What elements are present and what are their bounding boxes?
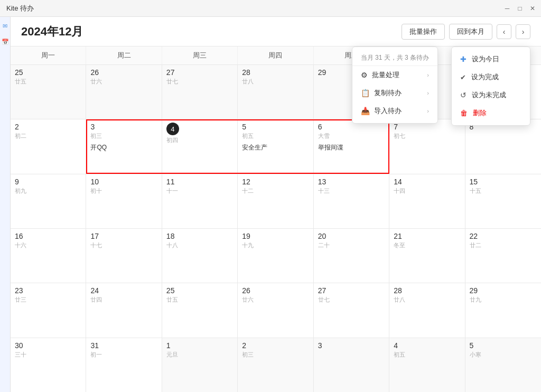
calendar-cell[interactable]: 8 <box>465 119 541 173</box>
calendar-cell[interactable]: 23廿三 <box>11 283 86 337</box>
right-sub-menu: ✚ 设为今日 ✔ 设为完成 ↺ 设为未完成 🗑 删除 <box>451 46 530 126</box>
cell-date: 19 <box>242 232 309 240</box>
calendar-cell[interactable]: 10初十 <box>86 174 162 228</box>
cell-lunar: 初十 <box>90 187 157 195</box>
calendar-cell[interactable]: 1元旦 <box>162 338 238 392</box>
prev-month-button[interactable]: ‹ <box>497 24 511 39</box>
calendar-cell[interactable]: 26廿六 <box>238 283 313 337</box>
menu-item-import-todo[interactable]: 📥 导入待办 › <box>352 102 437 120</box>
cell-date: 31 <box>90 341 157 350</box>
calendar-cell[interactable]: 21冬至 <box>389 229 465 283</box>
cell-date: 25 <box>15 68 81 77</box>
cell-date: 5 <box>470 341 537 350</box>
next-month-button[interactable]: › <box>516 24 530 39</box>
menu-header: 当月 31 天，共 3 条待办 <box>352 50 437 66</box>
menu-item-batch-process[interactable]: ⚙ 批量处理 › <box>352 66 437 84</box>
cell-date: 4 <box>166 123 179 135</box>
calendar-cell[interactable]: 5小寒 <box>465 338 541 392</box>
cell-date: 15 <box>470 178 537 186</box>
calendar-cell[interactable]: 24廿四 <box>86 283 162 337</box>
right-menu-delete[interactable]: 🗑 删除 <box>452 104 530 122</box>
cell-date: 22 <box>470 232 537 240</box>
calendar-cell[interactable]: 7初七 <box>389 119 465 173</box>
sidebar-mail-icon[interactable]: ✉ <box>1 21 10 31</box>
minimize-button[interactable]: ─ <box>503 4 511 13</box>
task-item[interactable]: 开QQ <box>90 142 157 153</box>
cell-date: 14 <box>394 178 460 186</box>
calendar-cell[interactable]: 25廿五 <box>162 283 238 337</box>
calendar-cell[interactable]: 27廿七 <box>162 65 238 119</box>
calendar-cell[interactable]: 30三十 <box>11 338 86 392</box>
calendar-cell[interactable]: 2初三 <box>238 338 313 392</box>
calendar-header: 2024年12月 批量操作 回到本月 ‹ › <box>11 17 541 46</box>
calendar-cell[interactable]: 2初二 <box>11 119 86 173</box>
right-menu-set-undone[interactable]: ↺ 设为未完成 <box>452 86 530 104</box>
calendar-cell[interactable]: 4初四 <box>162 119 238 173</box>
calendar-cell[interactable]: 29廿九 <box>465 283 541 337</box>
cell-lunar: 廿三 <box>15 296 81 304</box>
cell-date: 20 <box>318 232 385 240</box>
cell-date: 26 <box>242 286 309 295</box>
calendar-cell[interactable]: 18十八 <box>162 229 238 283</box>
cell-lunar: 十九 <box>242 241 309 249</box>
title-bar: Kite 待办 ─ □ ✕ <box>0 0 541 17</box>
calendar-cell[interactable]: 3初三开QQ <box>86 119 162 173</box>
cell-date: 9 <box>15 178 81 186</box>
calendar-week: 30三十31初一1元旦2初三34初五5小寒 <box>11 338 541 392</box>
close-button[interactable]: ✕ <box>528 4 537 13</box>
cell-date: 24 <box>90 286 157 295</box>
cell-lunar: 廿五 <box>15 78 81 86</box>
window-controls: ─ □ ✕ <box>503 0 537 17</box>
cell-lunar: 冬至 <box>394 241 460 249</box>
calendar-cell[interactable]: 14十四 <box>389 174 465 228</box>
cell-date: 25 <box>166 286 233 295</box>
cell-lunar: 十三 <box>318 187 385 195</box>
calendar-cell[interactable]: 28廿八 <box>238 65 313 119</box>
calendar-week: 2初二3初三开QQ4初四5初五安全生产6大雪举报间谍7初七8 <box>11 119 541 174</box>
calendar-cell[interactable]: 11十一 <box>162 174 238 228</box>
today-button[interactable]: 回到本月 <box>449 24 492 40</box>
calendar-cell[interactable]: 17十七 <box>86 229 162 283</box>
calendar-cell[interactable]: 27廿七 <box>314 283 389 337</box>
task-item[interactable]: 举报间谍 <box>318 142 385 153</box>
calendar-cell[interactable]: 4初五 <box>389 338 465 392</box>
calendar-cell[interactable]: 20二十 <box>314 229 389 283</box>
task-item[interactable]: 安全生产 <box>242 142 309 153</box>
calendar-cell[interactable]: 25廿五 <box>11 65 86 119</box>
cell-date: 18 <box>166 232 233 240</box>
calendar-cell[interactable]: 16十六 <box>11 229 86 283</box>
cell-lunar: 三十 <box>15 351 81 359</box>
calendar-cell[interactable]: 26廿六 <box>86 65 162 119</box>
calendar-cell[interactable]: 12十二 <box>238 174 313 228</box>
cell-date: 7 <box>394 123 460 131</box>
cell-date: 17 <box>90 232 157 240</box>
right-menu-set-today[interactable]: ✚ 设为今日 <box>452 50 530 68</box>
calendar-cell[interactable]: 19十九 <box>238 229 313 283</box>
right-menu-set-done[interactable]: ✔ 设为完成 <box>452 68 530 86</box>
set-undone-icon: ↺ <box>460 91 467 99</box>
calendar-cell[interactable]: 13十三 <box>314 174 389 228</box>
calendar-cell[interactable]: 22廿二 <box>465 229 541 283</box>
batch-process-icon: ⚙ <box>361 71 368 79</box>
calendar-cell[interactable]: 9初九 <box>11 174 86 228</box>
set-undone-label: 设为未完成 <box>472 90 506 100</box>
app-title: Kite 待办 <box>6 4 34 13</box>
import-todo-arrow: › <box>427 108 429 114</box>
calendar-cell[interactable]: 28廿八 <box>389 283 465 337</box>
calendar-cell[interactable]: 5初五安全生产 <box>238 119 313 173</box>
calendar-cell[interactable]: 15十五 <box>465 174 541 228</box>
cell-date: 12 <box>242 178 309 186</box>
copy-todo-label: 复制待办 <box>374 88 402 98</box>
calendar-cell[interactable]: 3 <box>314 338 389 392</box>
menu-item-copy-todo[interactable]: 📋 复制待办 › <box>352 84 437 102</box>
calendar-cell[interactable]: 6大雪举报间谍 <box>314 119 389 173</box>
maximize-button[interactable]: □ <box>516 4 524 13</box>
cell-date: 5 <box>242 123 309 131</box>
batch-button[interactable]: 批量操作 <box>402 24 445 40</box>
cell-lunar: 初二 <box>15 132 81 140</box>
cell-date: 27 <box>318 286 385 295</box>
sidebar-calendar-icon[interactable]: 📅 <box>1 37 10 46</box>
cell-lunar: 廿七 <box>318 296 385 304</box>
import-todo-icon: 📥 <box>361 107 370 115</box>
calendar-cell[interactable]: 31初一 <box>86 338 162 392</box>
